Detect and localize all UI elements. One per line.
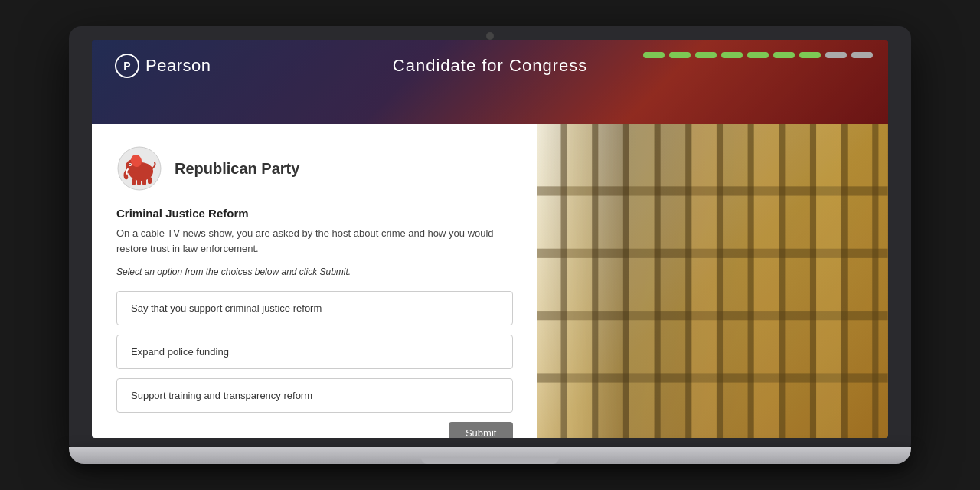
svg-rect-21 bbox=[748, 124, 754, 438]
progress-dot-2 bbox=[669, 52, 691, 58]
jail-bars-svg bbox=[537, 124, 888, 438]
laptop-container: P Pearson Candidate for Congress bbox=[69, 26, 911, 464]
svg-rect-16 bbox=[593, 124, 599, 438]
svg-rect-20 bbox=[717, 124, 723, 438]
option-3-button[interactable]: Support training and transparency reform bbox=[116, 378, 513, 413]
svg-rect-22 bbox=[779, 124, 786, 438]
svg-rect-19 bbox=[686, 124, 692, 438]
svg-rect-27 bbox=[629, 124, 655, 438]
svg-rect-26 bbox=[567, 124, 593, 438]
svg-rect-25 bbox=[873, 124, 879, 438]
party-header: Republican Party bbox=[116, 145, 513, 191]
progress-dot-3 bbox=[695, 52, 717, 58]
svg-rect-15 bbox=[561, 124, 567, 438]
screen-bezel: P Pearson Candidate for Congress bbox=[69, 26, 911, 447]
progress-bar bbox=[643, 52, 873, 58]
progress-dot-9 bbox=[851, 52, 873, 58]
svg-rect-23 bbox=[810, 124, 816, 438]
svg-rect-18 bbox=[655, 124, 661, 438]
svg-rect-8 bbox=[142, 178, 146, 185]
progress-dot-1 bbox=[643, 52, 665, 58]
question-description: On a cable TV news show, you are asked b… bbox=[116, 226, 513, 256]
republican-elephant-icon bbox=[116, 145, 162, 191]
page-title: Candidate for Congress bbox=[393, 56, 587, 76]
screen: P Pearson Candidate for Congress bbox=[92, 40, 888, 438]
svg-rect-6 bbox=[132, 178, 136, 185]
party-name: Republican Party bbox=[175, 160, 299, 178]
svg-rect-24 bbox=[841, 124, 848, 438]
option-1-button[interactable]: Say that you support criminal justice re… bbox=[116, 291, 513, 325]
pearson-logo-letter: P bbox=[123, 60, 130, 72]
progress-dot-6 bbox=[773, 52, 795, 58]
progress-dot-4 bbox=[721, 52, 743, 58]
svg-rect-7 bbox=[137, 178, 141, 185]
svg-rect-30 bbox=[816, 124, 841, 438]
submit-area: Submit bbox=[116, 422, 513, 438]
image-panel bbox=[537, 124, 888, 438]
svg-rect-28 bbox=[692, 124, 717, 438]
progress-dot-8 bbox=[825, 52, 847, 58]
svg-rect-17 bbox=[623, 124, 629, 438]
svg-rect-9 bbox=[148, 177, 152, 184]
svg-point-5 bbox=[129, 164, 131, 165]
main-area: Republican Party Criminal Justice Reform… bbox=[92, 124, 888, 438]
header-bar: P Pearson Candidate for Congress bbox=[92, 40, 888, 124]
pearson-logo-circle: P bbox=[115, 54, 139, 78]
progress-dot-5 bbox=[747, 52, 769, 58]
pearson-logo: P Pearson bbox=[115, 54, 211, 78]
progress-dot-7 bbox=[799, 52, 821, 58]
pearson-brand-name: Pearson bbox=[145, 56, 211, 76]
form-panel: Republican Party Criminal Justice Reform… bbox=[92, 124, 537, 438]
svg-rect-29 bbox=[754, 124, 779, 438]
question-instruction: Select an option from the choices below … bbox=[116, 266, 513, 277]
submit-button[interactable]: Submit bbox=[449, 422, 513, 438]
option-2-button[interactable]: Expand police funding bbox=[116, 335, 513, 369]
laptop-base bbox=[69, 447, 911, 464]
question-title: Criminal Justice Reform bbox=[116, 207, 513, 220]
